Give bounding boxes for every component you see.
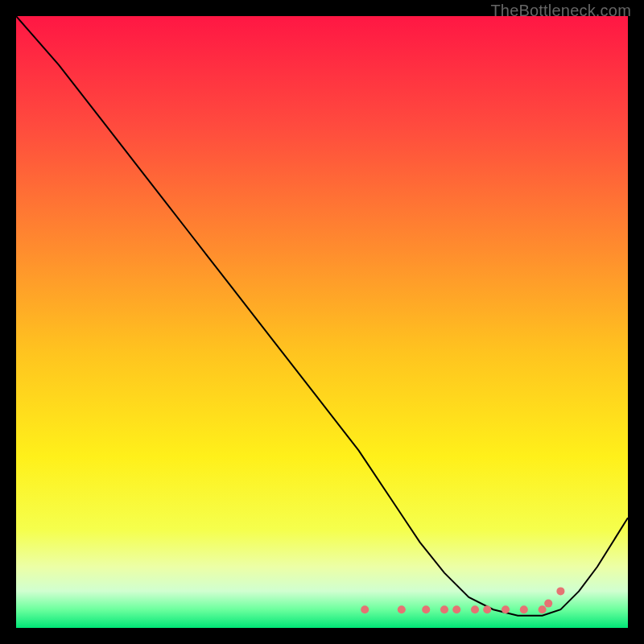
marker-point xyxy=(502,605,510,613)
marker-point xyxy=(440,605,448,613)
marker-point xyxy=(520,605,528,613)
marker-point xyxy=(483,605,491,613)
chart-frame: TheBottleneck.com xyxy=(0,0,644,644)
marker-point xyxy=(452,605,460,613)
marker-point xyxy=(539,605,547,613)
marker-point xyxy=(471,605,479,613)
marker-point xyxy=(361,605,369,613)
marker-point xyxy=(398,605,406,613)
marker-point xyxy=(544,600,552,608)
bottleneck-chart xyxy=(16,16,628,628)
marker-point xyxy=(422,605,430,613)
gradient-background xyxy=(16,16,628,628)
marker-point xyxy=(556,587,564,595)
